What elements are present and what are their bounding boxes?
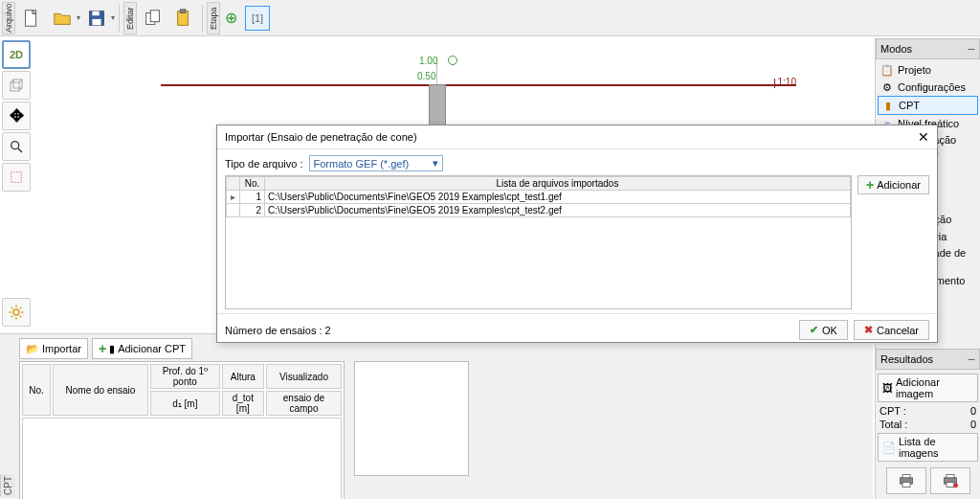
mode-config[interactable]: ⚙Configurações: [878, 79, 978, 96]
svg-point-14: [11, 142, 19, 149]
file-row[interactable]: ▸1C:\Users\Public\Documents\Fine\GEO5 20…: [227, 191, 851, 204]
col-alt-l1: Altura: [222, 364, 264, 389]
save-dropdown-icon[interactable]: ▾: [111, 13, 115, 22]
import-button[interactable]: 📂Importar: [19, 338, 88, 359]
settings-gear-button[interactable]: [2, 298, 31, 327]
total-count-value: 0: [970, 419, 976, 430]
group-label-editar: Editar: [123, 2, 137, 34]
modes-header-label: Modos: [880, 43, 912, 55]
svg-rect-4: [92, 18, 100, 24]
svg-line-12: [19, 79, 22, 82]
svg-line-23: [20, 316, 22, 318]
cpt-table[interactable]: No. Nome do ensaio Prof. do 1º ponto Alt…: [19, 361, 345, 499]
col-alt-l2: d_tot [m]: [222, 391, 264, 416]
zoom-button[interactable]: [2, 132, 31, 161]
left-toolbar: 2D ✥: [2, 40, 34, 327]
svg-rect-9: [11, 82, 19, 91]
paste-button[interactable]: [169, 4, 198, 33]
list-images-button[interactable]: 📄Lista de imagens: [878, 433, 978, 462]
col-file-no: No.: [240, 177, 265, 191]
preview-box: [354, 361, 469, 476]
mode-projeto[interactable]: 📋Projeto: [878, 61, 978, 79]
import-icon: 📂: [26, 343, 39, 355]
dimension-top: 1.00: [419, 56, 437, 66]
new-file-button[interactable]: [17, 4, 46, 33]
x-icon: ✖: [864, 324, 873, 336]
add-stage-button[interactable]: ⊕: [222, 4, 239, 33]
plus-icon: +: [866, 177, 874, 193]
svg-line-25: [20, 307, 22, 309]
mode-cpt[interactable]: ▮CPT: [878, 96, 978, 115]
cancel-button[interactable]: ✖Cancelar: [854, 320, 929, 340]
scale-label: 1:10: [778, 77, 796, 87]
copy-button[interactable]: [139, 4, 167, 33]
col-file-list: Lista de arquivos importados: [265, 177, 851, 191]
add-file-button[interactable]: +Adicionar: [858, 175, 929, 194]
ground-line: [161, 84, 796, 86]
test-count-label: Número de ensaios : 2: [225, 325, 331, 336]
chevron-down-icon: ▾: [433, 157, 438, 170]
svg-rect-28: [902, 483, 910, 488]
svg-line-11: [11, 79, 13, 82]
svg-line-13: [19, 88, 22, 91]
list-icon: 📄: [882, 442, 896, 454]
image-plus-icon: 🖼: [882, 382, 893, 394]
add-cpt-button[interactable]: +▮Adicionar CPT: [92, 338, 192, 359]
view-3d-button[interactable]: [2, 71, 31, 100]
dimension-mid: 0.50: [417, 71, 435, 81]
group-label-arquivo: Arquivo: [2, 2, 15, 34]
svg-line-22: [11, 307, 13, 309]
dialog-close-button[interactable]: ✕: [918, 129, 929, 145]
print-color-button[interactable]: [930, 467, 970, 494]
svg-rect-31: [947, 483, 954, 488]
svg-rect-27: [902, 475, 910, 478]
file-type-label: Tipo de arquivo :: [225, 158, 303, 170]
cpt-icon: ▮: [881, 99, 895, 112]
svg-rect-30: [947, 475, 954, 478]
fit-view-button[interactable]: [2, 163, 31, 192]
import-dialog: Importar (Ensaio de penetração de cone) …: [216, 125, 938, 343]
file-row[interactable]: 2C:\Users\Public\Documents\Fine\GEO5 201…: [227, 204, 851, 217]
svg-rect-16: [11, 172, 22, 183]
bottom-panel: CPT 📂Importar +▮Adicionar CPT No. Nome d…: [0, 333, 873, 499]
minimize-icon[interactable]: −: [968, 41, 975, 57]
open-dropdown-icon[interactable]: ▾: [77, 13, 80, 22]
print-button[interactable]: [886, 467, 926, 494]
gear-icon: ⚙: [880, 80, 894, 94]
check-icon: ✔: [810, 324, 818, 336]
cpt-small-icon: ▮: [109, 343, 115, 355]
view-2d-button[interactable]: 2D: [2, 40, 31, 69]
results-header-label: Resultados: [880, 353, 933, 365]
col-viz-l2: ensaio de campo: [266, 391, 342, 416]
svg-rect-3: [92, 11, 99, 15]
add-image-button[interactable]: 🖼Adicionar imagem: [878, 374, 978, 402]
svg-line-24: [11, 316, 13, 318]
col-name: Nome do ensaio: [53, 364, 148, 416]
plus-icon: +: [99, 341, 106, 356]
cpt-count-value: 0: [970, 405, 976, 417]
dialog-title: Importar (Ensaio de penetração de cone): [225, 131, 417, 143]
group-label-etapa: Etapa: [207, 2, 220, 34]
svg-rect-8: [180, 9, 186, 12]
col-depth-l1: Prof. do 1º ponto: [150, 364, 220, 389]
total-count-label: Total :: [880, 419, 907, 430]
results-minimize-icon[interactable]: −: [968, 352, 975, 367]
project-icon: 📋: [880, 63, 894, 77]
svg-line-15: [18, 148, 22, 152]
top-toolbar: Arquivo ▾ ▾ Editar Etapa ⊕ [1]: [0, 0, 980, 36]
file-type-select[interactable]: Formato GEF (*.gef) ▾: [309, 155, 443, 171]
save-file-button[interactable]: [82, 4, 111, 33]
open-file-button[interactable]: [48, 4, 77, 33]
bottom-tab-cpt[interactable]: CPT: [0, 474, 15, 497]
modes-header: Modos −: [876, 38, 980, 59]
col-depth-l2: d₁ [m]: [150, 391, 220, 416]
move-view-button[interactable]: ✥: [2, 102, 31, 130]
svg-point-32: [953, 483, 958, 488]
col-no: No.: [22, 364, 51, 416]
stage-1-tab[interactable]: [1]: [245, 6, 270, 31]
file-list-table[interactable]: No. Lista de arquivos importados ▸1C:\Us…: [225, 175, 852, 309]
svg-rect-6: [150, 10, 159, 21]
ok-button[interactable]: ✔OK: [799, 320, 848, 340]
load-marker-icon: [448, 56, 457, 65]
svg-point-17: [13, 309, 19, 315]
